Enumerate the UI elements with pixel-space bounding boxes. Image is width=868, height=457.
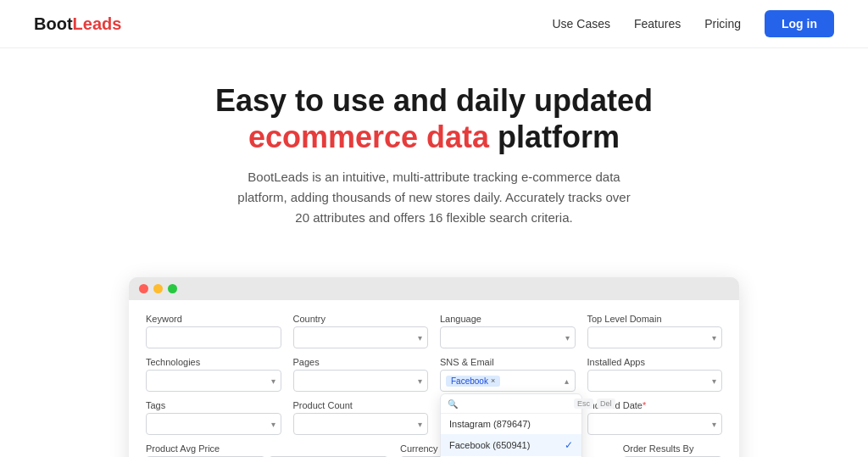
product-count-select-wrapper bbox=[293, 413, 429, 435]
mock-titlebar bbox=[129, 277, 739, 300]
product-avg-price-field: Product Avg Price bbox=[146, 443, 388, 457]
check-icon: ✓ bbox=[565, 439, 573, 451]
dropdown-item-instagram[interactable]: Instagram (879647) bbox=[441, 414, 581, 434]
country-label: Country bbox=[293, 314, 429, 324]
language-select[interactable] bbox=[440, 326, 576, 348]
product-count-label: Product Count bbox=[293, 400, 429, 410]
installed-apps-select[interactable] bbox=[587, 370, 723, 392]
dropdown-search-hints: Esc Del bbox=[574, 398, 615, 409]
pages-label: Pages bbox=[293, 357, 429, 367]
installed-apps-select-wrapper bbox=[587, 370, 723, 392]
hero-title: Easy to use and daily updated ecommerce … bbox=[17, 82, 851, 155]
country-field: Country bbox=[293, 314, 429, 348]
hero-subtitle: BootLeads is an intuitive, multi-attribu… bbox=[231, 167, 637, 228]
language-field: Language bbox=[440, 314, 576, 348]
sns-field-container: SNS & Email Facebook × ▴ 🔍 Esc bbox=[440, 357, 576, 392]
indexed-date-select-wrapper bbox=[587, 413, 723, 435]
technologies-select-wrapper bbox=[146, 370, 281, 392]
sns-chevron-up-icon: ▴ bbox=[565, 376, 569, 386]
esc-hint: Esc bbox=[574, 398, 593, 409]
window-dot-yellow bbox=[153, 284, 163, 293]
tags-select-wrapper bbox=[146, 413, 281, 435]
tld-field: Top Level Domain bbox=[587, 314, 723, 348]
form-row-1: Keyword Country Language Top Level Domai… bbox=[146, 314, 722, 348]
form-row-3: Tags Product Count Indexed Date* bbox=[146, 400, 722, 435]
keyword-field: Keyword bbox=[146, 314, 281, 348]
nav-pricing[interactable]: Pricing bbox=[704, 17, 741, 31]
logo: BootLeads bbox=[34, 14, 121, 34]
dropdown-search-row: 🔍 Esc Del bbox=[441, 394, 581, 414]
hero-section: Easy to use and daily updated ecommerce … bbox=[0, 48, 868, 254]
keyword-label: Keyword bbox=[146, 314, 281, 324]
dropdown-item-label: Facebook (650941) bbox=[449, 440, 530, 450]
product-count-field: Product Count bbox=[293, 400, 429, 435]
hero-title-line1: Easy to use and daily updated bbox=[215, 83, 653, 118]
form-row-4: Product Avg Price Currency Order Results… bbox=[146, 443, 722, 457]
language-label: Language bbox=[440, 314, 576, 324]
order-results-label: Order Results By bbox=[623, 443, 722, 454]
nav-links: Use Cases Features Pricing Log in bbox=[552, 10, 834, 37]
form-row-2: Technologies Pages SNS & Email Facebook bbox=[146, 357, 722, 392]
indexed-date-select[interactable] bbox=[587, 413, 723, 435]
dropdown-search-icon: 🔍 bbox=[448, 399, 458, 409]
nav-use-cases[interactable]: Use Cases bbox=[552, 17, 609, 31]
country-select-wrapper bbox=[293, 326, 429, 348]
logo-boot-text: Boot bbox=[34, 14, 73, 33]
tld-select[interactable] bbox=[587, 326, 723, 348]
keyword-input[interactable] bbox=[146, 326, 281, 348]
language-select-wrapper bbox=[440, 326, 576, 348]
tld-select-wrapper bbox=[587, 326, 723, 348]
nav-features[interactable]: Features bbox=[634, 17, 681, 31]
window-dot-red bbox=[139, 284, 148, 293]
navbar: BootLeads Use Cases Features Pricing Log… bbox=[0, 0, 868, 48]
dropdown-item-label: Instagram (879647) bbox=[449, 419, 531, 429]
installed-apps-field: Installed Apps bbox=[587, 357, 723, 392]
login-button[interactable]: Log in bbox=[765, 10, 834, 37]
technologies-field: Technologies bbox=[146, 357, 281, 392]
tld-label: Top Level Domain bbox=[587, 314, 723, 324]
country-select[interactable] bbox=[293, 326, 429, 348]
del-hint: Del bbox=[597, 398, 615, 409]
sns-tag-label: Facebook bbox=[451, 376, 488, 386]
sns-tag-facebook: Facebook × bbox=[446, 376, 500, 387]
tags-label: Tags bbox=[146, 400, 281, 410]
pages-select[interactable] bbox=[293, 370, 429, 392]
tags-select[interactable] bbox=[146, 413, 281, 435]
hero-title-highlight: ecommerce data bbox=[248, 120, 489, 154]
mock-ui: Keyword Country Language Top Level Domai… bbox=[129, 277, 739, 457]
order-results-field: Order Results By Select Ordering bbox=[623, 443, 722, 457]
hero-title-line2: platform bbox=[489, 120, 620, 154]
tags-field: Tags bbox=[146, 400, 281, 435]
window-dot-green bbox=[168, 284, 177, 293]
sns-dropdown: 🔍 Esc Del Instagram (879647) Facebook (6… bbox=[440, 393, 582, 457]
technologies-select[interactable] bbox=[146, 370, 281, 392]
product-count-select[interactable] bbox=[293, 413, 429, 435]
sns-tag-remove[interactable]: × bbox=[491, 376, 495, 385]
mock-body: Keyword Country Language Top Level Domai… bbox=[129, 300, 739, 457]
technologies-label: Technologies bbox=[146, 357, 281, 367]
sns-label: SNS & Email bbox=[440, 357, 576, 367]
dropdown-item-facebook[interactable]: Facebook (650941) ✓ bbox=[441, 434, 581, 456]
pages-select-wrapper bbox=[293, 370, 429, 392]
dropdown-search-input[interactable] bbox=[462, 399, 570, 409]
pages-field: Pages bbox=[293, 357, 429, 392]
product-avg-price-label: Product Avg Price bbox=[146, 443, 388, 454]
logo-leads-text: Leads bbox=[73, 14, 122, 33]
installed-apps-label: Installed Apps bbox=[587, 357, 723, 367]
sns-multiselect[interactable]: Facebook × ▴ bbox=[440, 370, 576, 392]
